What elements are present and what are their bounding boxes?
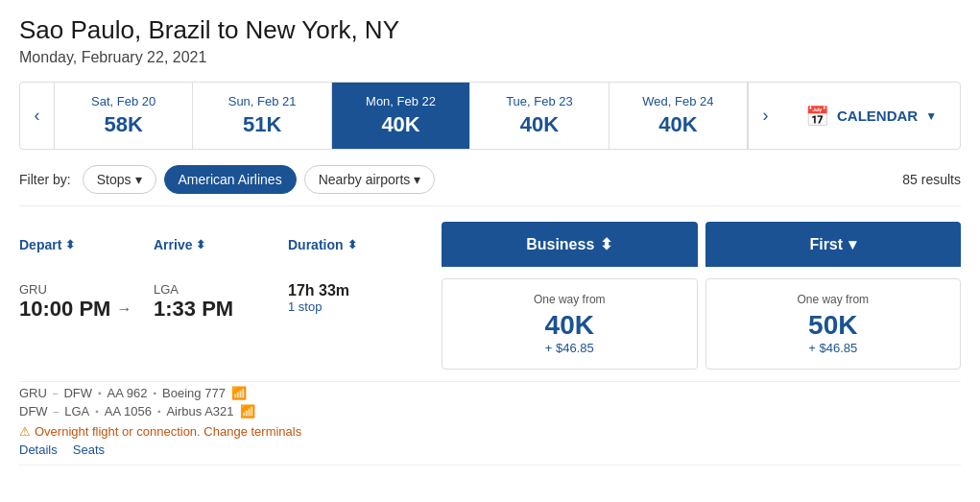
airline-filter-button[interactable]: American Airlines [164, 165, 297, 194]
depart-airport-code: GRU [19, 282, 154, 297]
duration-sort-icon: ⬍ [347, 238, 357, 251]
segment-1: DFW – LGA ▪ AA 1056 ▪ Airbus A321 📶 [19, 404, 961, 418]
wifi-icon-0: 📶 [231, 386, 247, 400]
date-item-1[interactable]: Sun, Feb 21 51K [193, 83, 331, 149]
date-prev-button[interactable]: ‹ [20, 83, 55, 149]
arrive-time: 1:33 PM [154, 297, 288, 322]
date-label-4: Wed, Feb 24 [617, 94, 739, 108]
stops-dropdown-icon: ▾ [135, 172, 142, 187]
depart-sort-icon: ⬍ [65, 238, 75, 251]
date-value-4: 40K [617, 112, 739, 137]
airline-filter-label: American Airlines [179, 172, 282, 187]
duration-time: 17h 33m [288, 282, 442, 299]
date-next-button[interactable]: › [748, 83, 782, 149]
filter-by-label: Filter by: [19, 172, 71, 187]
seg0-aircraft: Boeing 777 [162, 386, 226, 400]
airports-dropdown-icon: ▾ [414, 172, 420, 187]
date-label-2: Mon, Feb 22 [340, 94, 462, 108]
first-label: First [809, 236, 843, 253]
date-label-0: Sat, Feb 20 [62, 94, 184, 108]
date-value-3: 40K [478, 112, 600, 137]
first-price: 50K [720, 310, 947, 341]
arrive-label: Arrive [154, 237, 192, 252]
business-one-way-label: One way from [456, 293, 683, 306]
seg1-to: LGA [64, 404, 89, 418]
arrive-sort-icon: ⬍ [196, 238, 205, 251]
business-price-cell[interactable]: One way from 40K + $46.85 [442, 278, 698, 370]
business-price: 40K [456, 310, 683, 341]
results-count: 85 results [902, 172, 961, 187]
flight-duration: 17h 33m 1 stop [288, 282, 442, 314]
date-value-1: 51K [201, 112, 323, 137]
duration-label: Duration [288, 237, 344, 252]
action-links: Details Seats [19, 442, 961, 457]
flight-arrow: → [116, 300, 131, 318]
warning-icon: ⚠ [19, 424, 31, 439]
seg1-aircraft: Airbus A321 [166, 404, 233, 418]
first-sort-icon: ▾ [849, 235, 856, 253]
page-subtitle: Monday, February 22, 2021 [19, 49, 961, 66]
seg1-flight: AA 1056 [105, 404, 152, 418]
duration-column-header[interactable]: Duration ⬍ [288, 237, 442, 252]
flight-arrive: LGA 1:33 PM [154, 282, 288, 322]
date-item-0[interactable]: Sat, Feb 20 58K [55, 83, 193, 149]
flight-row: GRU 10:00 PM → LGA 1:33 PM 17h 33m 1 sto… [19, 267, 961, 382]
date-item-2[interactable]: Mon, Feb 22 40K [332, 83, 470, 149]
first-extra: + $46.85 [720, 341, 947, 355]
depart-time: 10:00 PM → [19, 297, 154, 322]
calendar-button[interactable]: 📅 CALENDAR ▼ [782, 83, 960, 149]
date-label-3: Tue, Feb 23 [478, 94, 600, 108]
date-selector: ‹ Sat, Feb 20 58K Sun, Feb 21 51K Mon, F… [19, 82, 961, 150]
date-item-3[interactable]: Tue, Feb 23 40K [470, 83, 609, 149]
page-title: Sao Paulo, Brazil to New York, NY [19, 15, 961, 45]
details-link[interactable]: Details [19, 442, 58, 457]
first-price-cell[interactable]: One way from 50K + $46.85 [705, 278, 962, 370]
stops-info: 1 stop [288, 299, 442, 314]
calendar-label: CALENDAR [837, 108, 918, 124]
warning-text: Overnight flight or connection. Change t… [35, 424, 301, 439]
date-item-4[interactable]: Wed, Feb 24 40K [610, 83, 748, 149]
business-cabin-header[interactable]: Business ⬍ [442, 222, 698, 267]
date-value-2: 40K [340, 112, 462, 137]
arrive-column-header[interactable]: Arrive ⬍ [154, 237, 288, 252]
segment-0: GRU – DFW ▪ AA 962 ▪ Boeing 777 📶 [19, 386, 961, 400]
business-label: Business [526, 236, 594, 253]
calendar-icon: 📅 [805, 105, 829, 128]
seg0-flight: AA 962 [108, 386, 148, 400]
airports-filter-button[interactable]: Nearby airports ▾ [304, 165, 436, 194]
seg0-to: DFW [63, 386, 92, 400]
first-one-way-label: One way from [720, 293, 947, 306]
business-sort-icon: ⬍ [600, 235, 612, 253]
results-header: Depart ⬍ Arrive ⬍ Duration ⬍ Business ⬍ [19, 222, 961, 267]
date-value-0: 58K [62, 112, 184, 137]
seats-link[interactable]: Seats [73, 442, 105, 457]
arrive-airport-code: LGA [154, 282, 288, 297]
wifi-icon-1: 📶 [240, 404, 255, 418]
stops-filter-button[interactable]: Stops ▾ [83, 165, 156, 194]
depart-column-header[interactable]: Depart ⬍ [19, 237, 154, 252]
seg1-from: DFW [19, 404, 48, 418]
airports-filter-label: Nearby airports [319, 172, 411, 187]
seg0-from: GRU [19, 386, 47, 400]
flight-depart: GRU 10:00 PM → [19, 282, 154, 322]
filter-bar: Filter by: Stops ▾ American Airlines Nea… [19, 165, 961, 206]
business-extra: + $46.85 [456, 341, 683, 355]
date-label-1: Sun, Feb 21 [201, 94, 323, 108]
depart-label: Depart [19, 237, 61, 252]
warning-row: ⚠ Overnight flight or connection. Change… [19, 424, 961, 439]
first-cabin-header[interactable]: First ▾ [705, 222, 962, 267]
stops-filter-label: Stops [97, 172, 131, 187]
flight-details: GRU – DFW ▪ AA 962 ▪ Boeing 777 📶 DFW – … [19, 382, 961, 466]
calendar-dropdown-icon: ▼ [925, 109, 937, 123]
